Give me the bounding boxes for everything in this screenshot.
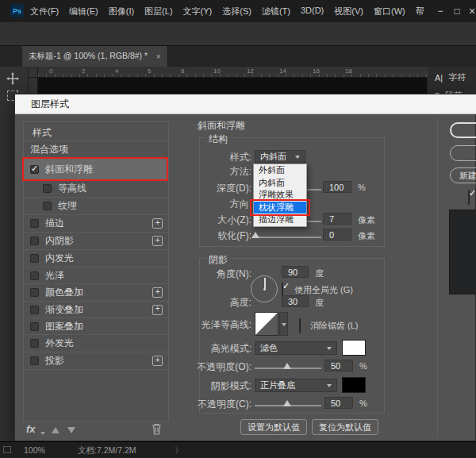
soften-unit: 像素 [358,230,375,242]
angle-dial[interactable] [251,275,278,302]
depth-input[interactable]: 100 [323,181,351,193]
soften-slider[interactable] [255,237,321,238]
style-item-label: 内阴影 [45,234,74,248]
soften-slider-thumb[interactable] [251,232,259,238]
menu-image[interactable]: 图像(I) [109,6,134,17]
menu-help[interactable]: 帮 [416,6,424,17]
dropdown-option-pillow-emboss[interactable]: 枕状浮雕 [254,202,306,214]
panel-divider [437,118,438,436]
antialias-checkbox[interactable] [299,318,301,333]
style-checkbox[interactable] [43,202,52,210]
delete-effect-trash-icon[interactable] [152,423,162,435]
minimize-button[interactable]: − [432,0,448,22]
dialog-title-bar[interactable]: 图层样式 [15,94,476,114]
tab-character[interactable]: A| 字符 [435,71,466,83]
menu-edit[interactable]: 编辑(E) [69,6,98,17]
status-chevron-icon[interactable]: 〉 [175,445,183,456]
style-checkbox[interactable] [30,237,39,245]
angle-needle [264,278,266,289]
antialias-label: 消除锯齿 (L) [310,320,359,332]
menu-type[interactable]: 文字(Y) [183,6,213,17]
highlight-opacity-input[interactable]: 50 [324,360,353,371]
menu-window[interactable]: 窗口(W) [374,6,405,17]
fx-icon[interactable]: fx [26,423,36,435]
style-item-label: 斜面和浮雕 [45,163,93,176]
maximize-button[interactable]: □ [449,0,465,22]
style-checkbox[interactable] [30,165,39,174]
gloss-contour-thumbnail[interactable] [255,312,278,336]
shadow-mode-select[interactable]: 正片叠底 [255,379,337,392]
menu-layer[interactable]: 图层(L) [144,6,172,17]
tab-close-icon[interactable]: × [156,52,161,61]
ok-button[interactable] [450,122,476,138]
close-button[interactable]: × [464,0,476,22]
ruler-tick: 10 [213,67,221,75]
menu-file[interactable]: 文件(F) [30,6,59,17]
technique-label: 方法: [144,165,251,179]
menu-items: 文件(F) 编辑(E) 图像(I) 图层(L) 文字(Y) 选择(S) 滤镜(T… [30,6,424,17]
ruler-tick: 4 [115,67,118,75]
new-style-label: 新建 [459,170,476,182]
shadow-opacity-thumb[interactable] [283,400,291,406]
angle-label: 角度(N): [144,267,251,281]
style-checkbox[interactable] [43,184,52,193]
style-item-label: 图案叠加 [45,320,83,333]
status-zoom-level[interactable]: 100% [24,445,45,455]
style-item-inner-glow[interactable]: 内发光 [24,250,168,267]
move-effect-up-icon[interactable] [52,427,60,433]
fx-menu-chevron-icon[interactable] [40,432,45,435]
style-checkbox[interactable] [30,356,39,365]
angle-input[interactable]: 90 [282,266,309,278]
document-tab[interactable]: 未标题-1 @ 100% (1, RGB/8#) * × [22,46,168,67]
preview-thumbnail [449,210,476,294]
status-doc-info: 文档:7.2M/7.2M [78,445,136,456]
highlight-color-swatch[interactable] [342,340,366,356]
cancel-button[interactable] [450,145,476,161]
soften-value: 0 [329,230,334,240]
menu-filter[interactable]: 滤镜(T) [262,6,290,17]
style-checkbox[interactable] [30,271,39,280]
depth-label: 深度(D): [144,182,251,195]
highlight-opacity-thumb[interactable] [283,363,291,369]
size-input[interactable]: 7 [323,213,351,225]
move-tool-icon[interactable] [6,71,20,86]
style-item-label: 渐变叠加 [45,303,83,317]
ruler-tick: 18 [345,67,352,75]
menu-view[interactable]: 视图(V) [334,6,363,17]
options-bar: 滚动所有窗口 100% 适合屏幕 填充屏幕 [0,22,476,46]
style-checkbox[interactable] [30,288,39,297]
shadow-color-swatch[interactable] [342,377,366,393]
altitude-input[interactable]: 30 [282,295,309,307]
style-checkbox[interactable] [30,306,39,314]
move-effect-down-icon[interactable] [67,427,75,433]
reset-default-button[interactable]: 复位为默认值 [312,419,378,435]
preview-checkbox[interactable] [468,190,470,205]
dropdown-option-outer-bevel[interactable]: 外斜面 [254,164,306,177]
set-default-button[interactable]: 设置为默认值 [240,419,307,435]
shadow-opacity-input[interactable]: 50 [324,397,353,409]
dropdown-option-emboss[interactable]: 浮雕效果 [254,189,306,202]
soften-input[interactable]: 0 [323,229,351,241]
style-item-label: 外发光 [45,337,74,350]
dropdown-option-inner-bevel[interactable]: 内斜面 [254,177,306,190]
highlight-mode-value: 滤色 [260,342,278,354]
style-checkbox[interactable] [30,322,39,331]
layer-style-dialog: 图层样式 样式 混合选项 斜面和浮雕 等高线 纹理 描边 内阴影 [14,94,476,441]
ruler-tick: 0 [49,67,52,75]
style-checkbox[interactable] [30,219,39,228]
style-item-label: 投影 [45,354,64,368]
menu-3d[interactable]: 3D(D) [301,6,324,17]
dropdown-option-stroke-emboss[interactable]: 描边浮雕 [254,214,306,226]
bevel-style-select[interactable]: 内斜面 [255,150,305,164]
highlight-mode-select[interactable]: 滤色 [255,341,337,355]
gloss-contour-picker-chevron[interactable] [279,312,288,336]
ruler-tick: 16 [313,67,320,75]
style-checkbox[interactable] [30,254,39,263]
structure-group-label: 结构 [205,133,231,146]
new-style-button[interactable]: 新建 [450,167,476,183]
style-checkbox[interactable] [30,339,39,348]
style-item-label: 等高线 [58,182,86,195]
ruler-tick: 6 [148,67,151,75]
altitude-label: 高度: [144,296,251,310]
menu-select[interactable]: 选择(S) [222,6,251,17]
